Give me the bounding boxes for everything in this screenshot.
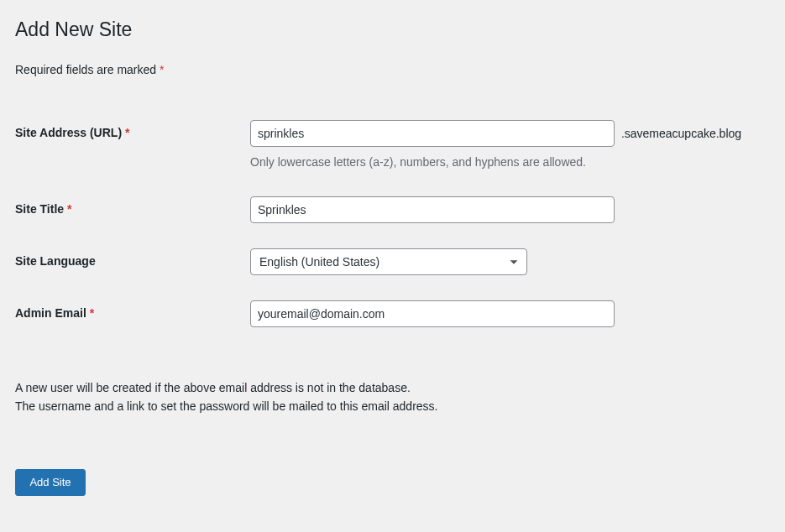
domain-suffix: .savemeacupcake.blog: [621, 125, 741, 143]
required-fields-note: Required fields are marked *: [15, 61, 770, 79]
site-title-label-text: Site Title: [15, 202, 64, 216]
admin-email-label-text: Admin Email: [15, 306, 86, 320]
site-title-input[interactable]: [250, 196, 615, 223]
page-title: Add New Site: [15, 15, 770, 44]
note-line-1: A new user will be created if the above …: [15, 378, 770, 397]
add-site-button[interactable]: Add Site: [15, 469, 86, 496]
required-mark: *: [125, 126, 129, 139]
admin-email-input[interactable]: [250, 300, 615, 327]
user-creation-note: A new user will be created if the above …: [15, 378, 770, 416]
site-title-label: Site Title *: [15, 202, 71, 216]
required-mark: *: [90, 306, 94, 320]
required-mark: *: [67, 202, 71, 216]
site-language-select[interactable]: English (United States): [250, 248, 527, 275]
note-line-2: The username and a link to set the passw…: [15, 397, 770, 415]
required-note-text: Required fields are marked: [15, 63, 156, 76]
site-language-label: Site Language: [15, 254, 96, 268]
site-address-description: Only lowercase letters (a-z), numbers, a…: [250, 154, 770, 171]
site-address-label: Site Address (URL) *: [15, 126, 129, 139]
required-mark: *: [160, 63, 164, 76]
admin-email-label: Admin Email *: [15, 306, 94, 320]
site-address-input[interactable]: [250, 120, 615, 147]
site-address-label-text: Site Address (URL): [15, 126, 122, 139]
